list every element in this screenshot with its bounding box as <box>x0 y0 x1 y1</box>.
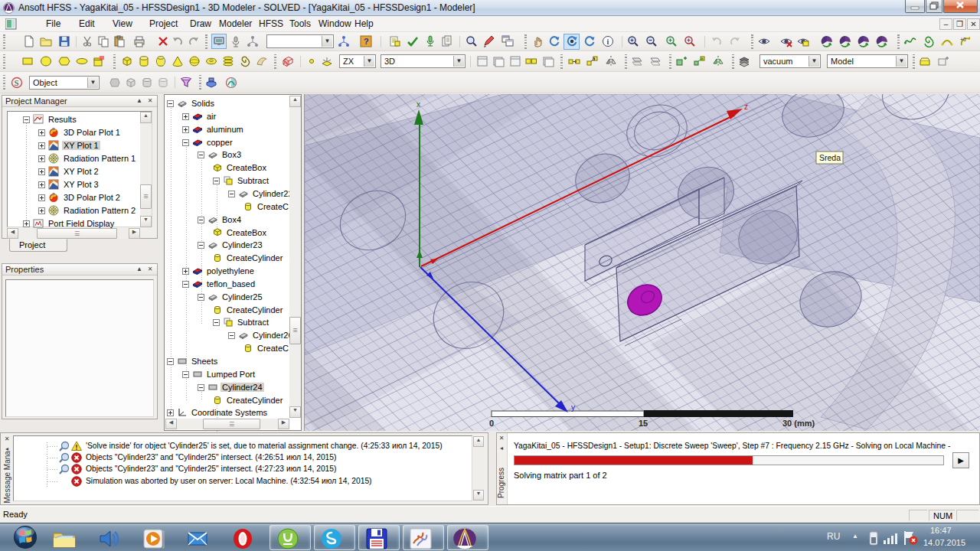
svg-text:Sreda: Sreda <box>819 153 841 162</box>
svg-text:y: y <box>571 403 575 412</box>
svg-text:+0: +0 <box>960 37 966 42</box>
svg-text:30 (mm): 30 (mm) <box>782 419 815 428</box>
svg-text:?: ? <box>364 37 369 46</box>
svg-text:0: 0 <box>489 419 494 428</box>
svg-text:x: x <box>416 100 420 109</box>
svg-text:i: i <box>607 37 609 46</box>
svg-text:z: z <box>744 103 748 111</box>
svg-text:S: S <box>15 78 19 87</box>
svg-text:15: 15 <box>639 419 648 428</box>
